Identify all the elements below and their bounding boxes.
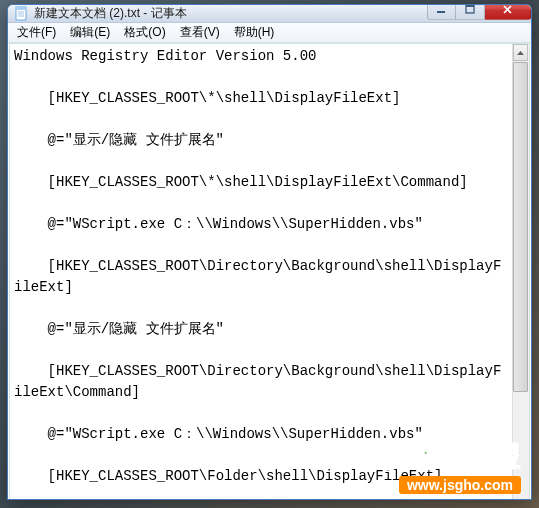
svg-rect-7	[466, 5, 474, 7]
titlebar[interactable]: 新建文本文档 (2).txt - 记事本	[8, 5, 531, 23]
menu-file[interactable]: 文件(F)	[10, 23, 63, 42]
menu-format[interactable]: 格式(O)	[117, 23, 172, 42]
notepad-icon	[14, 6, 30, 22]
menubar: 文件(F) 编辑(E) 格式(O) 查看(V) 帮助(H)	[8, 23, 531, 43]
scroll-thumb[interactable]	[513, 62, 528, 392]
svg-rect-5	[437, 11, 445, 13]
menu-help[interactable]: 帮助(H)	[227, 23, 282, 42]
menu-view[interactable]: 查看(V)	[173, 23, 227, 42]
vertical-scrollbar[interactable]	[512, 44, 529, 500]
svg-rect-1	[16, 7, 26, 10]
notepad-window: 新建文本文档 (2).txt - 记事本 文件(F) 编辑(E) 格式(O) 查…	[7, 4, 532, 500]
window-title: 新建文本文档 (2).txt - 记事本	[34, 5, 427, 22]
menu-edit[interactable]: 编辑(E)	[63, 23, 117, 42]
text-content[interactable]: Windows Registry Editor Version 5.00 [HK…	[10, 44, 512, 500]
minimize-button[interactable]	[427, 4, 456, 20]
window-controls	[427, 4, 531, 20]
close-button[interactable]	[485, 4, 531, 20]
editor-area: Windows Registry Editor Version 5.00 [HK…	[9, 43, 530, 500]
scroll-up-button[interactable]	[513, 44, 528, 61]
maximize-button[interactable]	[456, 4, 485, 20]
